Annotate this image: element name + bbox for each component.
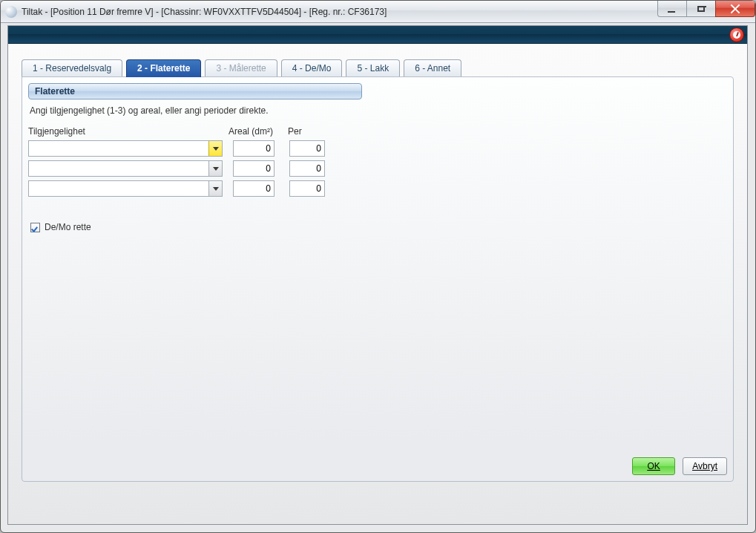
demo-rette-row: De/Mo rette (28, 222, 727, 232)
chevron-down-icon[interactable] (208, 161, 222, 176)
input-row (28, 140, 727, 157)
tab-label: 3 - Målerette (216, 63, 266, 73)
section-header: Flaterette (28, 83, 362, 99)
app-ribbon (8, 26, 747, 44)
hint-text: Angi tilgjengelighet (1-3) og areal, ell… (30, 105, 727, 116)
tab-malerette[interactable]: 3 - Målerette (205, 59, 277, 77)
column-headers: Tilgjengelighet Areal (dm²) Per (28, 126, 727, 137)
tab-panel-flaterette: Flaterette Angi tilgjengelighet (1-3) og… (22, 76, 734, 482)
tab-label: 4 - De/Mo (292, 63, 332, 73)
window-title: Tiltak - [Position 11 Dør fremre V] - [C… (22, 7, 387, 17)
chevron-down-icon[interactable] (208, 181, 222, 196)
tab-flaterette[interactable]: 2 - Flaterette (126, 59, 201, 77)
per-input[interactable] (289, 140, 325, 157)
button-label: Avbryt (692, 461, 717, 471)
maximize-button[interactable] (686, 1, 716, 17)
demo-rette-label: De/Mo rette (45, 222, 91, 232)
areal-input[interactable] (233, 180, 275, 197)
tab-label: 6 - Annet (415, 63, 450, 73)
col-per: Per (288, 126, 332, 137)
button-label: OK (648, 461, 660, 471)
per-input[interactable] (289, 160, 325, 177)
ok-button[interactable]: OK (632, 457, 675, 475)
input-row (28, 180, 727, 197)
tab-label: 2 - Flaterette (137, 63, 190, 73)
close-button[interactable] (715, 1, 755, 17)
dialog-footer: OK Avbryt (632, 457, 727, 475)
minimize-button[interactable] (657, 1, 687, 17)
input-row (28, 160, 727, 177)
alarm-clock-icon[interactable] (729, 27, 744, 42)
app-frame: 1 - Reservedelsvalg 2 - Flaterette 3 - M… (7, 25, 748, 525)
tilgjengelighet-combo[interactable] (28, 140, 223, 157)
tab-lakk[interactable]: 5 - Lakk (346, 59, 400, 77)
titlebar[interactable]: Tiltak - [Position 11 Dør fremre V] - [C… (1, 1, 755, 23)
tabstrip: 1 - Reservedelsvalg 2 - Flaterette 3 - M… (22, 59, 734, 76)
chevron-down-icon[interactable] (208, 141, 222, 156)
areal-input[interactable] (233, 140, 275, 157)
tab-label: 5 - Lakk (357, 63, 389, 73)
tilgjengelighet-combo[interactable] (28, 180, 223, 197)
tab-label: 1 - Reservedelsvalg (33, 63, 111, 73)
areal-input[interactable] (233, 160, 275, 177)
check-icon (32, 224, 39, 231)
app-icon (5, 6, 17, 18)
app-window: Tiltak - [Position 11 Dør fremre V] - [C… (0, 0, 756, 533)
tilgjengelighet-combo[interactable] (28, 160, 223, 177)
window-controls (658, 1, 755, 17)
cancel-button[interactable]: Avbryt (683, 457, 727, 475)
demo-rette-checkbox[interactable] (30, 223, 40, 232)
tab-annet[interactable]: 6 - Annet (404, 59, 461, 77)
per-input[interactable] (289, 180, 325, 197)
col-areal: Areal (dm²) (229, 126, 288, 137)
section-title: Flaterette (35, 86, 75, 97)
client-area: 1 - Reservedelsvalg 2 - Flaterette 3 - M… (8, 44, 747, 524)
col-tilgjengelighet: Tilgjengelighet (28, 126, 229, 137)
tab-demo[interactable]: 4 - De/Mo (281, 59, 343, 77)
tab-reservedelsvalg[interactable]: 1 - Reservedelsvalg (22, 59, 122, 77)
